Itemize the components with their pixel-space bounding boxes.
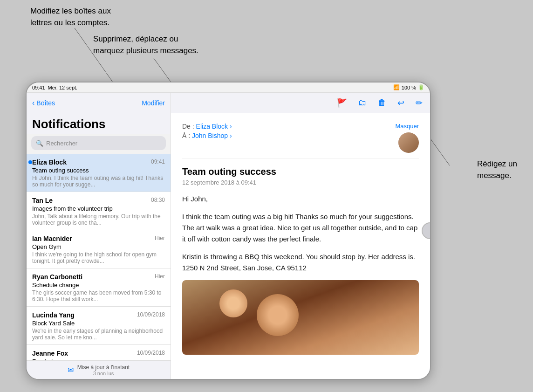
modifier-button[interactable]: Modifier: [142, 99, 165, 107]
reply-icon[interactable]: ↩: [397, 98, 404, 108]
avatar: [398, 132, 419, 153]
back-button[interactable]: ‹ Boîtes: [32, 99, 55, 107]
email-item-header: Ian Macnider Hier: [32, 235, 165, 242]
email-item-header: Lucinda Yang 10/09/2018: [32, 311, 165, 319]
email-sender: Ryan Carbonetti: [32, 273, 82, 281]
list-title: Notifications: [32, 117, 165, 131]
list-title-area: Notifications: [27, 113, 171, 134]
annotation-mailboxes: Modifiez les boîtes auxlettres ou les co…: [30, 6, 142, 28]
list-nav-bar: ‹ Boîtes Modifier: [27, 93, 171, 113]
email-subject: Open Gym: [32, 243, 165, 250]
email-subject: Schedule change: [32, 282, 165, 289]
annotation-compose: Rédigez unmessage.: [477, 158, 528, 181]
email-time: 10/09/2018: [137, 350, 165, 356]
email-time: 08:30: [151, 197, 165, 203]
email-preview: We're in the early stages of planning a …: [32, 328, 165, 341]
email-list-item[interactable]: Ryan Carbonetti Hier Schedule change The…: [27, 268, 171, 307]
mail-icon: ✉: [68, 365, 74, 374]
footer-unread: 3 non lus: [93, 371, 114, 376]
email-to-line: À : John Bishop ›: [182, 132, 395, 139]
detail-toolbar: 🚩 🗂 🗑 ↩ ✏: [171, 93, 430, 113]
email-image-preview: [182, 280, 419, 355]
email-sender: Ian Macnider: [32, 235, 72, 242]
email-time: 10/09/2018: [137, 311, 165, 318]
email-body: Hi John,I think the team outing was a bi…: [182, 193, 419, 274]
email-detail-panel: 🚩 🗂 🗑 ↩ ✏ De : Eliza Block ›: [171, 93, 430, 379]
from-chevron: ›: [230, 123, 232, 130]
email-preview: John, Talk about a lifelong memory. Our …: [32, 213, 165, 226]
search-icon: 🔍: [36, 140, 43, 147]
email-date-detail: 12 septembre 2018 à 09:41: [182, 179, 419, 186]
body-paragraph: Hi John,: [182, 193, 419, 205]
email-list-item[interactable]: Ian Macnider Hier Open Gym I think we're…: [27, 230, 171, 268]
status-bar: 09:41 Mer. 12 sept. 📶 100 % 🔋: [27, 83, 430, 93]
status-time: 09:41: [32, 85, 45, 90]
masquer-button[interactable]: Masquer: [395, 123, 419, 130]
email-sender: Tan Le: [32, 197, 53, 204]
from-label: De :: [182, 123, 194, 130]
search-bar[interactable]: 🔍 Rechercher: [31, 136, 166, 150]
email-list-panel: ‹ Boîtes Modifier Notifications 🔍 Recher…: [27, 93, 171, 379]
to-label: À :: [182, 132, 190, 139]
email-item-header: Tan Le 08:30: [32, 197, 165, 204]
search-placeholder: Rechercher: [46, 140, 77, 147]
body-paragraph: I think the team outing was a big hit! T…: [182, 211, 419, 245]
email-subject: Team outing success: [32, 167, 165, 174]
status-date: Mer. 12 sept.: [48, 85, 78, 90]
email-from-line: De : Eliza Block ›: [182, 123, 395, 130]
email-preview: The girls soccer game has been moved fro…: [32, 289, 165, 303]
email-preview: Hi John, I think the team outing was a b…: [32, 175, 165, 188]
trash-icon[interactable]: 🗑: [378, 98, 386, 108]
flag-icon[interactable]: 🚩: [337, 98, 347, 108]
email-item-header: Jeanne Fox 10/09/2018: [32, 350, 165, 357]
unread-dot: [28, 160, 32, 164]
email-meta-left: De : Eliza Block › À : John Bishop ›: [182, 123, 395, 139]
image-decoration-2: [257, 294, 299, 336]
status-bar-right: 📶 100 % 🔋: [393, 84, 424, 90]
annotation-delete-move: Supprimez, déplacez oumarquez plusieurs …: [93, 34, 214, 56]
email-subject: Fundraiser: [32, 358, 165, 360]
battery-icon: 🔋: [418, 84, 424, 90]
email-item-header: Ryan Carbonetti Hier: [32, 273, 165, 281]
email-meta: De : Eliza Block › À : John Bishop › Mas…: [182, 123, 419, 159]
email-list-item[interactable]: Eliza Block 09:41 Team outing success Hi…: [27, 154, 171, 192]
email-sender: Jeanne Fox: [32, 350, 68, 357]
email-sender: Eliza Block: [32, 158, 67, 166]
email-list-item[interactable]: Lucinda Yang 10/09/2018 Block Yard Sale …: [27, 307, 171, 345]
avatar-image: [398, 132, 419, 153]
back-label[interactable]: Boîtes: [36, 99, 55, 107]
from-name[interactable]: Eliza Block: [196, 123, 228, 130]
email-list-item[interactable]: Tan Le 08:30 Images from the volunteer t…: [27, 192, 171, 230]
email-time: Hier: [155, 273, 165, 280]
image-decoration-1: [219, 289, 247, 317]
email-detail-content: De : Eliza Block › À : John Bishop › Mas…: [171, 113, 430, 379]
body-paragraph: Kristin is throwing a BBQ this weekend. …: [182, 251, 419, 274]
email-time: Hier: [155, 235, 165, 241]
mail-app: ‹ Boîtes Modifier Notifications 🔍 Recher…: [27, 93, 430, 379]
image-overlay: [182, 280, 419, 355]
footer-text: Mise à jour à l'instant 3 non lus: [77, 364, 130, 376]
email-preview: I think we're going to the high school f…: [32, 251, 165, 264]
email-time: 09:41: [151, 158, 165, 165]
email-meta-right: Masquer: [395, 123, 419, 153]
email-list-item[interactable]: Jeanne Fox 10/09/2018 Fundraiser Solicit…: [27, 345, 171, 360]
email-subject-detail: Team outing success: [182, 166, 419, 177]
email-item-header: Eliza Block 09:41: [32, 158, 165, 166]
folder-icon[interactable]: 🗂: [358, 98, 367, 108]
ipad-frame: 09:41 Mer. 12 sept. 📶 100 % 🔋 ‹ Boîtes M…: [26, 82, 431, 380]
to-chevron: ›: [230, 132, 232, 139]
status-bar-left: 09:41 Mer. 12 sept.: [32, 85, 77, 90]
email-sender: Lucinda Yang: [32, 311, 75, 319]
to-name[interactable]: John Bishop: [192, 132, 228, 139]
footer-update: Mise à jour à l'instant: [77, 364, 130, 371]
wifi-icon: 📶: [393, 84, 400, 90]
email-list: Eliza Block 09:41 Team outing success Hi…: [27, 154, 171, 360]
email-subject: Images from the volunteer trip: [32, 205, 165, 212]
compose-icon[interactable]: ✏: [416, 98, 423, 108]
email-subject: Block Yard Sale: [32, 320, 165, 327]
chevron-left-icon: ‹: [32, 99, 34, 107]
list-footer: ✉ Mise à jour à l'instant 3 non lus: [27, 360, 171, 379]
battery-label: 100 %: [402, 85, 416, 90]
